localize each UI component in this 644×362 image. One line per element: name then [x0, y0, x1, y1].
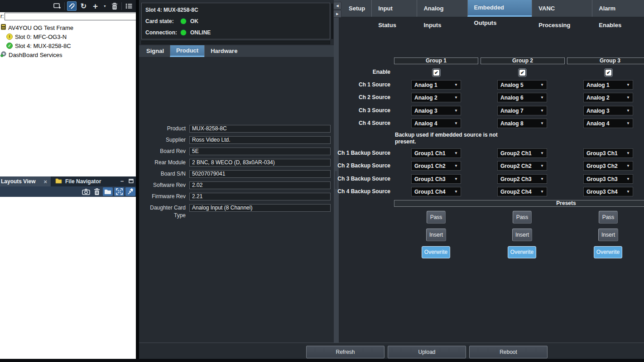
add-menu-chevron-icon[interactable]: ▼ — [102, 1, 107, 11]
tree-item-services[interactable]: DashBoard Services — [0, 51, 62, 59]
ch3-backup-group1-select[interactable]: Group1 Ch3▼ — [411, 174, 461, 184]
ch2-backup-group3-select[interactable]: Group3 Ch2▼ — [583, 161, 633, 171]
field-row: Product MUX-8258-8C — [139, 125, 332, 133]
tree-item-slot4[interactable]: ✓ Slot 4: MUX-8258-8C — [6, 42, 71, 50]
file-navigator-toolbar — [0, 186, 136, 197]
ch4-source-group1-select[interactable]: Analog 4▼ — [411, 119, 461, 128]
tab-file-navigator[interactable]: File Navigator — [52, 176, 105, 186]
pin-icon[interactable] — [125, 187, 135, 196]
ch3-source-group1-select[interactable]: Analog 3▼ — [411, 106, 461, 115]
close-icon[interactable]: × — [43, 178, 47, 185]
ch3-source-group3-select[interactable]: Analog 3▼ — [583, 106, 633, 115]
chevron-down-icon: ▼ — [454, 121, 458, 125]
ch3-source-group2-select[interactable]: Analog 7▼ — [497, 106, 547, 115]
folder-icon — [55, 178, 62, 185]
ch3-backup-group3-select[interactable]: Group3 Ch3▼ — [583, 174, 633, 184]
tab-scroll-left-button[interactable]: ◀ — [333, 2, 341, 10]
tree-view-filter-icon[interactable] — [67, 1, 77, 11]
insert-button-group2[interactable]: Insert — [512, 229, 532, 241]
connection-value: ONLINE — [190, 29, 211, 36]
ch3-backup-source-label: Ch 3 Backup Source — [312, 174, 390, 184]
add-icon[interactable]: + — [91, 1, 100, 11]
snapshot-camera-icon[interactable] — [81, 187, 91, 196]
tab-scroll-right-button[interactable]: ▶ — [333, 10, 341, 18]
group3-header: Group 3 — [567, 57, 644, 64]
ch1-backup-group3-select[interactable]: Group3 Ch1▼ — [583, 148, 633, 158]
ch2-source-label: Ch 2 Source — [312, 93, 390, 102]
tab-signal[interactable]: Signal — [140, 45, 170, 57]
status-online-dot — [181, 30, 186, 35]
device-tab-strip: Setup Input Status Analog Inputs Embedde… — [339, 0, 644, 17]
card-state-label: Card state: — [145, 18, 181, 24]
ch1-backup-group2-select[interactable]: Group2 Ch1▼ — [497, 148, 547, 158]
backup-note: Backup used if embedded source is not pr… — [395, 132, 511, 145]
ch4-backup-group2-select[interactable]: Group2 Ch4▼ — [497, 187, 547, 196]
minimize-panel-icon[interactable]: – — [120, 178, 124, 184]
card-state-value: OK — [190, 18, 198, 24]
chevron-down-icon: ▼ — [626, 95, 630, 100]
card-state-row: Card state: OK — [145, 18, 198, 24]
ch1-source-group1-select[interactable]: Analog 1▼ — [411, 80, 461, 90]
ch2-backup-group1-select[interactable]: Group1 Ch2▼ — [411, 161, 461, 171]
info-divider-bar — [141, 41, 330, 44]
ch1-source-group2-select[interactable]: Analog 5▼ — [497, 80, 547, 90]
chevron-down-icon: ▼ — [626, 177, 630, 181]
reboot-button[interactable]: Reboot — [469, 346, 548, 358]
delete-icon[interactable] — [92, 187, 101, 196]
refresh-button[interactable]: Refresh — [306, 346, 384, 358]
enable-checkbox-group2[interactable]: ✔ — [518, 68, 527, 77]
ch1-source-group3-select[interactable]: Analog 1▼ — [583, 80, 633, 90]
device-tree: AV4YOU OG Test Frame ! Slot 0: MFC-OG3-N… — [0, 22, 136, 176]
expand-fullscreen-icon[interactable] — [114, 187, 124, 196]
connection-row: Connection: ONLINE — [145, 29, 211, 36]
folder-view-icon[interactable] — [103, 187, 113, 196]
maximize-panel-icon[interactable] — [129, 178, 134, 185]
ch2-source-group3-select[interactable]: Analog 2▼ — [583, 93, 633, 102]
refresh-icon[interactable]: ↻ — [79, 1, 88, 11]
new-window-icon[interactable] — [53, 1, 62, 11]
overwrite-button-group2[interactable]: Overwrite — [508, 246, 536, 258]
tab-setup[interactable]: Setup — [342, 0, 371, 17]
tab-embedded-outputs[interactable]: Embedded Outputs — [467, 0, 532, 17]
pass-button-group3[interactable]: Pass — [599, 211, 618, 224]
card-status-box: Slot 4: MUX-8258-8C Card state: OK Conne… — [141, 3, 330, 39]
ch1-backup-group1-select[interactable]: Group1 Ch1▼ — [411, 148, 461, 158]
tab-hardware[interactable]: Hardware — [204, 45, 243, 57]
ch4-backup-group1-select[interactable]: Group1 Ch4▼ — [411, 187, 461, 196]
insert-button-group1[interactable]: Insert — [426, 229, 446, 241]
tab-vanc-processing[interactable]: VANC Processing — [532, 0, 592, 17]
ch3-backup-group2-select[interactable]: Group2 Ch3▼ — [497, 174, 547, 184]
ch4-source-group3-select[interactable]: Analog 4▼ — [583, 119, 633, 128]
delete-icon[interactable] — [110, 1, 119, 11]
ch2-source-group1-select[interactable]: Analog 2▼ — [411, 93, 461, 102]
tab-product[interactable]: Product — [170, 45, 204, 57]
filter-input[interactable] — [5, 13, 136, 20]
overwrite-button-group1[interactable]: Overwrite — [422, 246, 450, 258]
tree-filter-row: r: — [0, 12, 136, 22]
field-row: Software Rev 2.02 — [139, 181, 332, 189]
device-config-panel — [339, 0, 644, 343]
chevron-down-icon: ▼ — [540, 95, 544, 100]
upload-button[interactable]: Upload — [388, 346, 466, 358]
filter-label: r: — [0, 13, 4, 19]
ch2-source-group2-select[interactable]: Analog 6▼ — [497, 93, 547, 102]
ch4-source-group2-select[interactable]: Analog 8▼ — [497, 119, 547, 128]
presets-header: Presets — [394, 200, 644, 207]
tab-alarm-enables[interactable]: Alarm Enables — [592, 0, 644, 17]
list-view-icon[interactable] — [124, 1, 134, 11]
ch2-backup-group2-select[interactable]: Group2 Ch2▼ — [497, 161, 547, 171]
pass-button-group1[interactable]: Pass — [427, 211, 446, 224]
tree-item-label: AV4YOU OG Test Frame — [8, 24, 73, 31]
ch4-backup-group3-select[interactable]: Group3 Ch4▼ — [583, 187, 633, 196]
overwrite-button-group3[interactable]: Overwrite — [594, 246, 622, 258]
enable-checkbox-group3[interactable]: ✔ — [604, 68, 613, 77]
pass-button-group2[interactable]: Pass — [513, 211, 532, 224]
tab-analog-inputs[interactable]: Analog Inputs — [417, 0, 467, 17]
insert-button-group3[interactable]: Insert — [598, 229, 618, 241]
tree-item-slot0[interactable]: ! Slot 0: MFC-OG3-N — [6, 33, 67, 41]
tab-input-status[interactable]: Input Status — [371, 0, 417, 17]
tree-item-frame[interactable]: AV4YOU OG Test Frame — [1, 24, 73, 32]
tab-layouts-view[interactable]: Layouts View × — [0, 176, 51, 186]
enable-checkbox-group1[interactable]: ✔ — [432, 68, 441, 77]
panel-splitter[interactable] — [334, 0, 339, 343]
